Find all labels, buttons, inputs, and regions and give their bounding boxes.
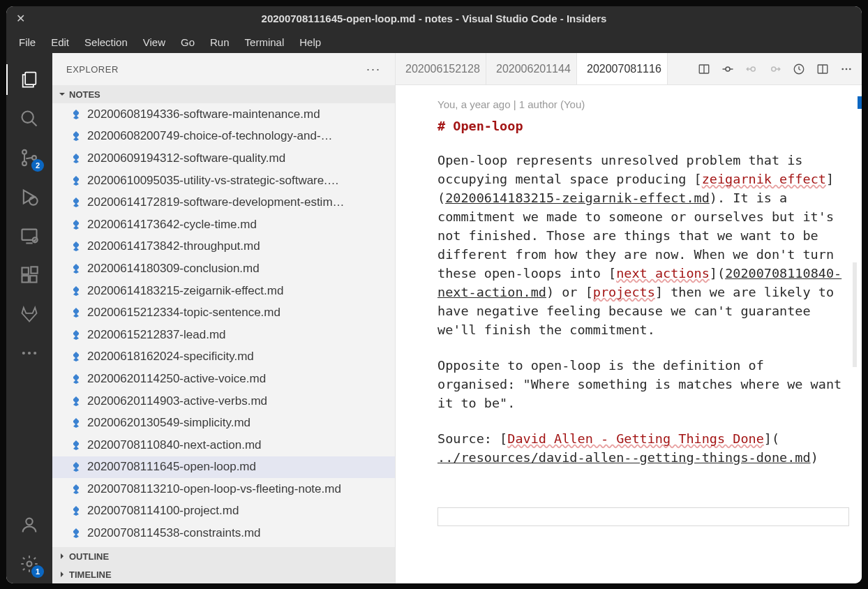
file-row[interactable]: 20200609194312-software-quality.md [52, 147, 395, 170]
accounts-icon[interactable] [6, 505, 52, 544]
file-row[interactable]: 20200620114250-active-voice.md [52, 368, 395, 390]
revision-icon[interactable] [792, 62, 806, 76]
svg-rect-0 [25, 73, 36, 85]
cursor-line-highlight [437, 507, 849, 526]
menu-view[interactable]: View [136, 33, 172, 51]
svg-point-19 [751, 67, 755, 71]
editor-content[interactable]: You, a year ago | 1 author (You) # Open-… [396, 85, 862, 583]
markdown-file-icon [70, 109, 82, 120]
markdown-file-icon [70, 153, 82, 164]
file-name: 20200615212334-topic-sentence.md [87, 306, 280, 320]
file-name: 20200614172819-software-development-esti… [87, 195, 345, 209]
file-row[interactable]: 20200614173642-cycle-time.md [52, 214, 395, 236]
file-row[interactable]: 20200615212334-topic-sentence.md [52, 301, 395, 324]
gitlab-icon[interactable] [6, 294, 52, 334]
section-outline[interactable]: OUTLINE [52, 547, 395, 565]
file-row[interactable]: 20200708110840-next-action.md [52, 434, 395, 456]
file-name: 20200708114100-project.md [87, 504, 239, 518]
titlebar: ✕ 20200708111645-open-loop.md - notes - … [6, 6, 862, 31]
file-name: 20200608200749-choice-of-technology-and-… [87, 129, 333, 143]
menu-file[interactable]: File [12, 33, 43, 51]
run-debug-icon[interactable] [6, 177, 52, 216]
editor-more-icon[interactable] [839, 62, 853, 76]
file-name: 20200620114250-active-voice.md [87, 372, 266, 386]
markdown-file-icon [70, 351, 82, 362]
extensions-icon[interactable] [6, 255, 52, 294]
md-heading: # Open-loop [437, 117, 862, 135]
paragraph-3: Source: [David Allen - Getting Things Do… [437, 429, 842, 467]
split-icon[interactable] [816, 62, 830, 76]
svg-point-13 [28, 352, 31, 355]
markdown-file-icon [70, 197, 82, 208]
tab-2[interactable]: 202007081116 [577, 53, 668, 84]
file-name: 20200614173642-cycle-time.md [87, 218, 257, 232]
menu-terminal[interactable]: Terminal [238, 33, 292, 51]
file-name: 20200610095035-utility-vs-strategic-soft… [87, 174, 339, 188]
svg-point-23 [841, 68, 844, 70]
git-prev-icon[interactable] [744, 62, 758, 76]
preview-icon[interactable] [697, 62, 711, 76]
file-row[interactable]: 20200708111645-open-loop.md [52, 456, 395, 479]
more-icon[interactable] [6, 334, 52, 373]
file-name: 20200615212837-lead.md [87, 328, 226, 342]
markdown-file-icon [70, 241, 82, 252]
menu-selection[interactable]: Selection [77, 33, 135, 51]
file-row[interactable]: 20200614172819-software-development-esti… [52, 191, 395, 214]
section-timeline[interactable]: TIMELINE [52, 565, 395, 583]
link-next-actions[interactable]: next actions [616, 266, 710, 281]
source-control-icon[interactable]: 2 [6, 138, 52, 177]
file-row[interactable]: 20200708113210-open-loop-vs-fleeting-not… [52, 478, 395, 500]
menubar: File Edit Selection View Go Run Terminal… [6, 31, 862, 53]
section-notes[interactable]: NOTES [52, 85, 395, 103]
explorer-icon[interactable] [6, 60, 52, 99]
editor: 202006152128 202006201144 202007081116 Y… [396, 53, 862, 583]
file-row[interactable]: 20200614173842-throughput.md [52, 236, 395, 258]
search-icon[interactable] [6, 99, 52, 138]
markdown-file-icon [70, 417, 82, 428]
svg-point-16 [27, 562, 32, 567]
activitybar: 2 1 [6, 53, 52, 583]
file-row[interactable]: 20200620130549-simplicity.md [52, 412, 395, 434]
markdown-file-icon [70, 329, 82, 341]
remote-icon[interactable] [6, 216, 52, 255]
svg-point-12 [22, 352, 25, 355]
window-close-button[interactable]: ✕ [6, 12, 34, 25]
file-row[interactable]: 20200610095035-utility-vs-strategic-soft… [52, 170, 395, 192]
file-row[interactable]: 20200608200749-choice-of-technology-and-… [52, 126, 395, 148]
svg-point-15 [26, 519, 32, 525]
file-row[interactable]: 20200618162024-specificity.md [52, 346, 395, 368]
svg-point-18 [726, 67, 730, 71]
svg-point-24 [846, 68, 848, 70]
sidebar-more-icon[interactable]: ··· [366, 62, 381, 77]
link-source[interactable]: David Allen - Getting Things Done [507, 431, 764, 446]
link-projects[interactable]: projects [593, 285, 655, 299]
markdown-file-icon [70, 528, 82, 539]
settings-icon[interactable]: 1 [6, 544, 52, 583]
markdown-file-icon [70, 484, 82, 495]
file-name: 20200608194336-software-maintenance.md [87, 107, 320, 121]
file-name: 20200708111645-open-loop.md [87, 460, 256, 474]
git-blame-annotation: You, a year ago | 1 author (You) [437, 95, 862, 114]
file-row[interactable]: 20200614183215-zeigarnik-effect.md [52, 280, 395, 302]
file-row[interactable]: 20200708114538-constraints.md [52, 522, 395, 544]
file-row[interactable]: 20200614180309-conclusion.md [52, 258, 395, 280]
file-row[interactable]: 20200620114903-active-verbs.md [52, 390, 395, 412]
file-list[interactable]: 20200608194336-software-maintenance.md20… [52, 103, 395, 547]
file-row[interactable]: 20200608194336-software-maintenance.md [52, 103, 395, 126]
tab-1[interactable]: 202006201144 [486, 53, 577, 84]
file-row[interactable]: 20200708114100-project.md [52, 500, 395, 523]
menu-go[interactable]: Go [174, 33, 202, 51]
link-zeigarnik[interactable]: zeigarnik effect [702, 172, 826, 186]
menu-edit[interactable]: Edit [44, 33, 76, 51]
git-commit-icon[interactable] [721, 62, 735, 76]
git-next-icon[interactable] [768, 62, 782, 76]
file-row[interactable]: 20200615212837-lead.md [52, 324, 395, 346]
tab-0[interactable]: 202006152128 [396, 53, 486, 84]
file-name: 20200618162024-specificity.md [87, 350, 254, 364]
svg-rect-9 [22, 276, 29, 282]
menu-run[interactable]: Run [203, 33, 237, 51]
sidebar-title: EXPLORER [66, 64, 119, 75]
markdown-file-icon [70, 175, 82, 186]
menu-help[interactable]: Help [292, 33, 328, 51]
file-name: 20200620130549-simplicity.md [87, 416, 250, 430]
